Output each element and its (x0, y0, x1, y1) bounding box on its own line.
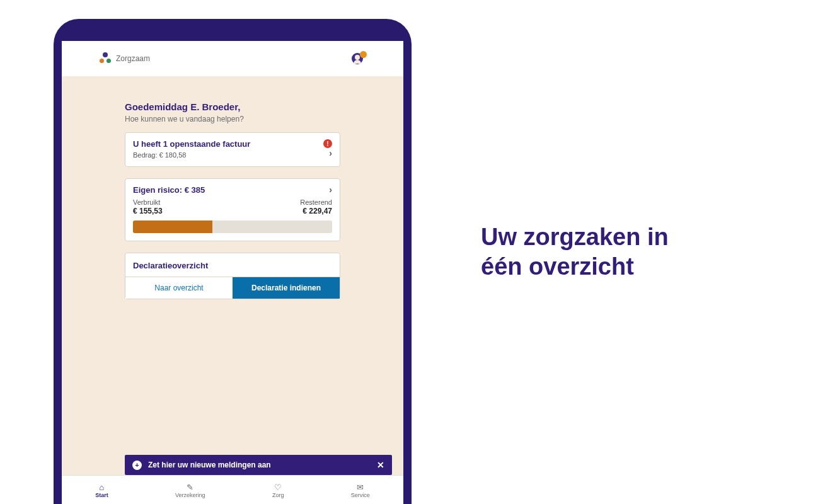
nav-verzekering[interactable]: ✎ Verzekering (175, 483, 205, 498)
app-header: Zorgzaam (62, 41, 403, 76)
plus-icon: + (132, 461, 142, 470)
nav-zorg[interactable]: ♡ Zorg (272, 483, 284, 498)
greeting-subtitle: Hoe kunnen we u vandaag helpen? (125, 115, 340, 123)
greeting-title: Goedemiddag E. Broeder, (125, 101, 340, 112)
heart-icon: ♡ (273, 483, 283, 491)
brand-logo[interactable]: Zorgzaam (100, 52, 150, 65)
brand-name: Zorgzaam (116, 54, 150, 63)
progress-bar (133, 220, 332, 233)
hero-headline: Uw zorgzaken in één overzicht (481, 222, 669, 282)
profile-button[interactable] (352, 52, 366, 66)
hero-line-2: één overzicht (481, 253, 634, 280)
invoice-title: U heeft 1 openstaande factuur (133, 139, 250, 149)
chevron-right-icon: › (329, 149, 332, 158)
close-icon[interactable]: ✕ (377, 460, 384, 470)
used-value: € 155,53 (133, 207, 163, 215)
bottom-navigation: ⌂ Start ✎ Verzekering ♡ Zorg ✉ Service (62, 475, 403, 504)
own-risk-card[interactable]: Eigen risico: € 385 › Verbruikt Resteren… (125, 178, 340, 241)
invoice-card[interactable]: U heeft 1 openstaande factuur ! Bedrag: … (125, 132, 340, 167)
alert-icon: ! (323, 139, 332, 148)
used-label: Verbruikt (133, 198, 160, 206)
home-icon: ⌂ (96, 483, 107, 491)
declarations-card: Declaratieoverzicht Naar overzicht Decla… (125, 253, 340, 299)
remaining-label: Resterend (300, 198, 332, 206)
progress-bar-fill (133, 220, 212, 233)
app-screen: Zorgzaam Goedemiddag E. Broeder, Hoe kun… (62, 41, 403, 504)
nav-label: Start (95, 492, 108, 498)
document-icon: ✎ (185, 483, 195, 491)
nav-label: Service (351, 492, 370, 498)
nav-service[interactable]: ✉ Service (351, 483, 370, 498)
tablet-device: Zorgzaam Goedemiddag E. Broeder, Hoe kun… (54, 19, 412, 504)
logo-mark-icon (100, 52, 112, 65)
to-overview-link[interactable]: Naar overzicht (125, 277, 233, 299)
notifications-banner[interactable]: + Zet hier uw nieuwe meldingen aan ✕ (125, 455, 392, 475)
chat-icon: ✉ (355, 483, 366, 491)
chevron-right-icon: › (329, 185, 332, 194)
declarations-title: Declaratieoverzicht (125, 253, 340, 277)
hero-line-1: Uw zorgzaken in (481, 224, 669, 250)
invoice-amount: Bedrag: € 180,58 (133, 151, 186, 159)
nav-label: Zorg (272, 492, 284, 498)
notification-badge-icon (360, 51, 367, 58)
nav-label: Verzekering (175, 492, 205, 498)
remaining-value: € 229,47 (303, 207, 332, 215)
nav-start[interactable]: ⌂ Start (95, 483, 108, 498)
own-risk-title: Eigen risico: € 385 (133, 185, 205, 195)
banner-text: Zet hier uw nieuwe meldingen aan (148, 461, 271, 469)
submit-declaration-button[interactable]: Declaratie indienen (233, 277, 340, 299)
